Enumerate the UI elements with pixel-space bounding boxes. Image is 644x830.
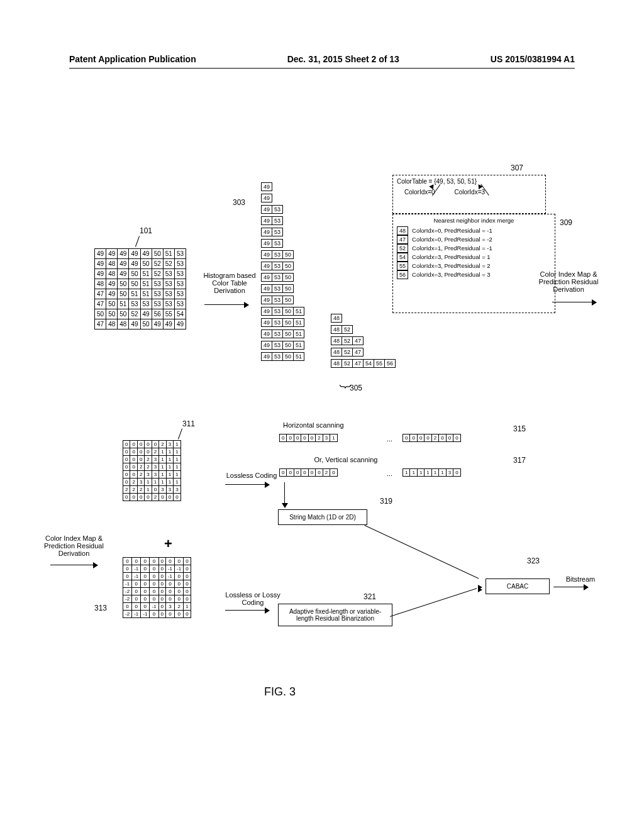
- arrow-bitstream: [553, 587, 588, 587]
- box-cabac: CABAC: [486, 578, 550, 594]
- hscan-back: 00002000: [402, 434, 461, 442]
- callout-311: 311: [182, 419, 195, 428]
- header-right: US 2015/0381994 A1: [491, 54, 575, 64]
- box-309: Nearest neighbor index merge 48ColorIdx=…: [392, 214, 555, 313]
- callout-321: 321: [364, 592, 376, 601]
- merge-src-56: 56: [397, 270, 408, 279]
- leader-311: [178, 428, 182, 439]
- merge-src-54: 54: [397, 253, 408, 262]
- table-313: 000000000-1000-1-100-1000-100-10000000-2…: [123, 557, 191, 618]
- header-left: Patent Application Publication: [69, 54, 196, 64]
- callout-305: 305: [350, 384, 362, 392]
- label-histogram: Histogram based Color Table Derivation: [203, 272, 257, 294]
- callout-309: 309: [560, 218, 572, 227]
- callout-317: 317: [513, 456, 526, 465]
- vscan-back: 11111130: [402, 468, 461, 477]
- vscan-ellipsis: ...: [387, 470, 392, 477]
- header-mid: Dec. 31, 2015 Sheet 2 of 13: [287, 54, 399, 64]
- figure-caption: FIG. 3: [264, 685, 296, 699]
- arrow-down-stringmatch: [284, 482, 285, 507]
- line-stringmatch-cabac: [365, 525, 479, 578]
- callout-101: 101: [140, 226, 152, 235]
- label-vscan: Or, Vertical scanning: [302, 456, 390, 463]
- label-lossless: Lossless Coding: [223, 472, 280, 479]
- coloridx-0: ColorIdx=0: [404, 189, 435, 196]
- merge-r5: ColorIdx=3, PredResidual = 2: [412, 262, 491, 269]
- figure-3: 101 494949494950515349484949505252534948…: [0, 107, 644, 830]
- label-cimap-out: Color Index Map & Prediction Residual De…: [531, 270, 606, 293]
- box-adaptive: Adaptive fixed-length or variable-length…: [278, 604, 392, 626]
- box-307: ColorTable = {49, 53, 50, 51} ColorIdx=0…: [392, 175, 546, 214]
- arrow-lossless: [225, 484, 269, 485]
- label-losslossy: Lossless or Lossy Coding: [221, 591, 284, 606]
- table-101: 4949494949505153494849495052525349484950…: [94, 248, 186, 329]
- callout-303: 303: [233, 198, 245, 207]
- merge-r1: ColorIdx=0, PredResidual = -1: [412, 227, 492, 234]
- header-rule: [69, 68, 575, 69]
- merge-src-48: 48: [397, 226, 408, 235]
- callout-323: 323: [527, 556, 540, 565]
- callout-315: 315: [513, 424, 526, 433]
- label-cimap-in: Color Index Map & Prediction Residual De…: [38, 534, 110, 557]
- color-table-text: ColorTable = {49, 53, 50, 51}: [397, 178, 541, 185]
- merge-r4: ColorIdx=3, PredResidual = 1: [412, 253, 491, 260]
- merge-src-55: 55: [397, 262, 408, 270]
- vscan-front: 00000020: [279, 468, 338, 477]
- leader-101: [135, 236, 140, 246]
- merge-r3: ColorIdx=1, PredResidual = -1: [412, 245, 492, 252]
- callout-307: 307: [511, 163, 523, 172]
- table-311: 0000023100002111000231110022311100233111…: [123, 440, 181, 501]
- merge-src-52: 52: [397, 244, 408, 253]
- box-stringmatch: String Match (1D or 2D): [278, 509, 367, 525]
- plus-icon: +: [164, 536, 172, 552]
- hscan-ellipsis: ...: [387, 435, 392, 443]
- arrow-hist: [204, 304, 248, 305]
- arrow-cimap-in: [50, 565, 97, 565]
- coloridx-3: ColorIdx=3: [454, 189, 485, 196]
- callout-313: 313: [94, 604, 107, 612]
- label-hscan: Horizontal scanning: [283, 421, 371, 429]
- line-adaptive-cabac: [390, 588, 477, 617]
- callout-319: 319: [380, 497, 392, 506]
- arrow-cimap-out: [552, 302, 596, 302]
- arrowhead-cabac-2: [478, 587, 482, 592]
- merge-r2: ColorIdx=0, PredResidual = -2: [412, 236, 492, 243]
- label-bitstream: Bitstream: [558, 575, 602, 583]
- arrow-losslossy: [225, 610, 269, 611]
- hscan-front: 00000231: [279, 434, 338, 442]
- merge-r6: ColorIdx=3, PredResidual = 3: [412, 271, 491, 278]
- nearest-merge-label: Nearest neighbor index merge: [397, 217, 551, 224]
- merge-src-47: 47: [397, 235, 408, 244]
